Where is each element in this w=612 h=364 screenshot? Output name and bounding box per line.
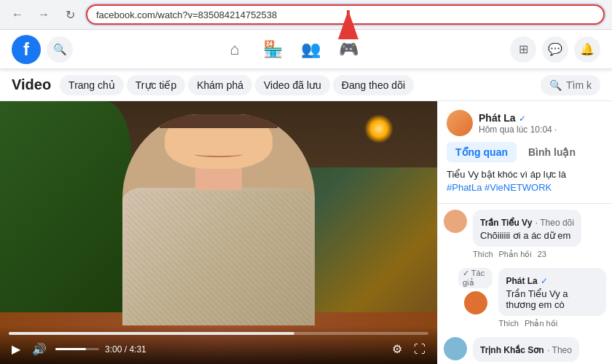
address-bar[interactable]: facebook.com/watch?v=835084214752538 [86,4,605,25]
header-right-icons: ⊞ 💬 🔔 [510,36,600,63]
verified-badge: ✓ [519,114,526,124]
poster-info: Phát La ✓ Hôm qua lúc 10:04 · Tổng quan … [438,101,612,204]
bell-icon: 🔔 [580,42,595,56]
nav-trang-chu[interactable]: Trang chủ [60,75,124,95]
volume-button[interactable]: 🔊 [29,341,50,357]
person [122,114,315,325]
post-text: Tiểu Vy bật khóc vì áp lực là #PhatLa #V… [447,168,603,194]
poster-name: Phát La [479,112,516,124]
comment-3: Trịnh Khắc Sơn · Theo Thích Phản hồi [444,337,606,364]
notifications-button[interactable]: 🔔 [574,36,600,63]
video-frame [0,101,437,364]
comment-3-follow[interactable]: · Theo [547,345,572,355]
fullscreen-button[interactable]: ⛶ [411,341,428,357]
search-placeholder: Tìm k [566,79,592,91]
nav-kham-pha[interactable]: Khám phá [188,75,252,95]
poster-details: Phát La ✓ Hôm qua lúc 10:04 · [479,111,557,135]
home-icon: ⌂ [230,40,239,59]
comment-1-reply[interactable]: Phản hồi [499,250,532,259]
comment-1: Trần Tiểu Vy · Theo dõi Chõiiiiii ơi a á… [444,210,606,259]
volume-fill [55,348,86,350]
search-icon: 🔍 [53,43,67,56]
friends-icon: 👥 [301,40,321,59]
tab-tong-quan[interactable]: Tổng quan [447,142,517,162]
comment-1-avatar[interactable] [444,210,467,233]
nav-video-da-luu[interactable]: Video đã lưu [255,75,330,95]
comment-2-name: Phát La [506,276,537,286]
comment-1-follow[interactable]: · Theo dõi [536,218,574,228]
tab-row: Tổng quan Bình luận [447,142,603,162]
video-player[interactable]: ▶ 🔊 3:00 / 4:31 ⚙ ⛶ [0,101,437,364]
poster-name-row: Phát La ✓ [479,111,557,124]
comment-2-actions: Thích Phản hồi [498,319,606,328]
comment-2-reply[interactable]: Phản hồi [525,319,557,328]
gaming-nav-icon[interactable]: 🎮 [331,32,366,67]
comment-2-text: Trần Tiểu Vy a thương em cò [506,288,599,310]
comment-1-name: Trần Tiểu Vy [480,218,532,228]
comment-2-like[interactable]: Thích [498,319,519,328]
video-nav-bar: Video Trang chủ Trực tiếp Khám phá Video… [0,69,612,101]
menu-button[interactable]: ⊞ [510,36,536,63]
poster-row: Phát La ✓ Hôm qua lúc 10:04 · [447,110,603,136]
main-content: ▶ 🔊 3:00 / 4:31 ⚙ ⛶ Phát La [0,101,612,364]
settings-button[interactable]: ⚙ [389,341,405,357]
header-search-button[interactable]: 🔍 [47,36,73,63]
progress-bar[interactable] [9,332,428,335]
nav-dang-theo-doi[interactable]: Đang theo dõi [333,75,414,95]
hashtag-vienetwork[interactable]: #VieNETWORK [484,182,552,193]
progress-fill [9,332,294,335]
time-display: 3:00 / 4:31 [105,344,146,355]
gaming-icon: 🎮 [339,40,358,59]
comment-3-avatar[interactable] [444,337,467,360]
comment-3-content: Trịnh Khắc Sơn · Theo Thích Phản hồi [473,337,579,364]
hashtag-phatla[interactable]: #PhatLa [447,182,482,193]
volume-bar[interactable] [55,348,99,350]
author-badge: ✓ Tác giả [458,268,493,288]
home-nav-icon[interactable]: ⌂ [217,32,252,67]
tab-binh-luan[interactable]: Bình luận [519,142,584,162]
comment-1-time: 23 [538,250,546,259]
comment-2-content: Phát La ✓ Trần Tiểu Vy a thương em cò Th… [498,268,606,328]
comment-2-verified: ✓ [541,276,548,286]
url-text: facebook.com/watch?v=835084214752538 [96,9,595,20]
comment-2-bubble: Phát La ✓ Trần Tiểu Vy a thương em cò [498,268,606,316]
facebook-header: f 🔍 ⌂ 🏪 👥 🎮 ⊞ 💬 🔔 [0,30,612,69]
play-button[interactable]: ▶ [9,341,23,357]
search-icon: 🔍 [549,79,562,91]
facebook-logo: f [12,35,41,64]
store-icon: 🏪 [263,40,283,59]
nav-icons: ⌂ 🏪 👥 🎮 [217,32,366,67]
messenger-icon: 💬 [548,42,562,56]
comment-1-bubble: Trần Tiểu Vy · Theo dõi Chõiiiiii ơi a á… [473,210,581,247]
comment-2-avatar[interactable] [464,291,487,314]
comment-3-bubble: Trịnh Khắc Sơn · Theo [473,337,579,362]
refresh-button[interactable]: ↻ [60,4,80,25]
friends-nav-icon[interactable]: 👥 [293,32,328,67]
comments-area: Trần Tiểu Vy · Theo dõi Chõiiiiii ơi a á… [438,204,612,364]
poster-avatar[interactable] [447,110,473,136]
comment-3-name: Trịnh Khắc Sơn [480,345,544,355]
comment-1-text: Chõiiiiii ơi a ác dữ em [480,230,574,241]
video-nav-title: Video [12,76,51,93]
bg-light [364,114,393,143]
messenger-button[interactable]: 💬 [542,36,568,63]
comment-1-like[interactable]: Thích [473,250,493,259]
comment-1-actions: Thích Phản hồi 23 [473,250,581,259]
video-area[interactable] [0,101,437,364]
comment-1-content: Trần Tiểu Vy · Theo dõi Chõiiiiii ơi a á… [473,210,581,259]
video-controls[interactable]: ▶ 🔊 3:00 / 4:31 ⚙ ⛶ [0,326,437,364]
poster-time: Hôm qua lúc 10:04 · [479,124,557,135]
grid-icon: ⊞ [519,42,528,56]
right-panel: Phát La ✓ Hôm qua lúc 10:04 · Tổng quan … [437,101,612,364]
comment-2: ✓ Tác giả Phát La ✓ Trần Tiểu Vy a thươn… [458,268,606,328]
store-nav-icon[interactable]: 🏪 [255,32,290,67]
forward-button[interactable]: → [34,4,54,25]
nav-truc-tiep[interactable]: Trực tiếp [127,75,185,95]
video-search-bar[interactable]: 🔍 Tìm k [541,75,600,95]
back-button[interactable]: ← [7,4,28,25]
controls-row: ▶ 🔊 3:00 / 4:31 ⚙ ⛶ [9,341,428,357]
comment-2-avatar-col: ✓ Tác giả [458,268,493,328]
